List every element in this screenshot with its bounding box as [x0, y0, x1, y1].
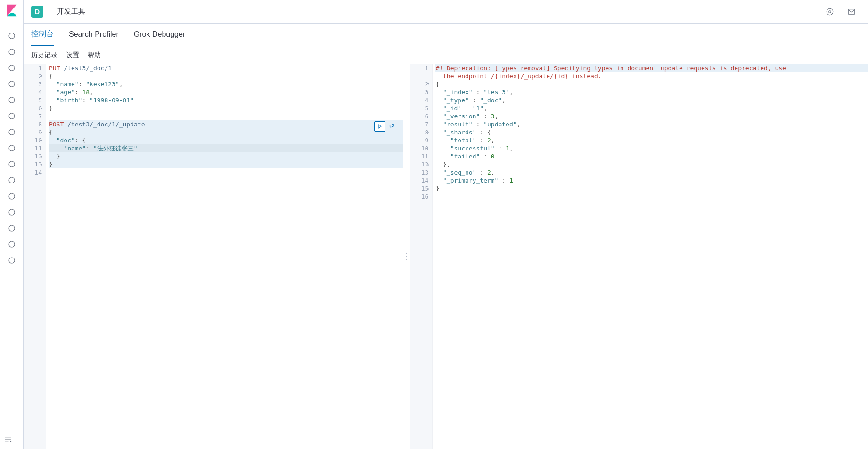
chart-icon[interactable]: [6, 62, 17, 74]
graph-icon[interactable]: [6, 126, 17, 138]
rss-icon[interactable]: [6, 207, 17, 218]
tab-search-profiler[interactable]: Search Profiler: [69, 24, 119, 46]
request-options-button[interactable]: [386, 121, 398, 132]
layers-icon[interactable]: [6, 78, 17, 90]
news-feed-icon[interactable]: [820, 2, 839, 21]
code-line[interactable]: POST /test3/_doc/1/_update: [49, 120, 403, 128]
code-line[interactable]: }: [49, 152, 403, 160]
svg-point-12: [9, 225, 15, 231]
code-line[interactable]: "total" : 2,: [435, 136, 868, 144]
heartbeat-icon[interactable]: [6, 239, 17, 250]
pin-icon[interactable]: [6, 110, 17, 122]
space-selector[interactable]: D: [31, 6, 43, 18]
breadcrumb: 开发工具: [57, 7, 85, 16]
code-line[interactable]: "doc": {: [49, 136, 403, 144]
history-link[interactable]: 历史记录: [31, 51, 57, 59]
side-rail: [0, 0, 24, 449]
svg-point-2: [9, 65, 15, 71]
svg-point-20: [406, 259, 407, 260]
code-line[interactable]: {: [435, 80, 868, 88]
editor-panes: 12▾3456▴789▾10▾1112▴13▴14 PUT /test3/_do…: [24, 64, 868, 449]
svg-point-9: [9, 177, 15, 183]
console-subbar: 历史记录 设置 帮助: [24, 46, 868, 64]
help-link[interactable]: 帮助: [88, 51, 101, 59]
svg-point-13: [9, 241, 15, 247]
code-line[interactable]: [435, 192, 868, 200]
svg-point-18: [406, 253, 407, 254]
compass-icon[interactable]: [6, 46, 17, 58]
code-line[interactable]: "age": 18,: [49, 88, 403, 96]
response-viewer[interactable]: 12▾345678▾9101112▴131415▴16 #! Deprecati…: [410, 64, 868, 449]
request-editor[interactable]: 12▾3456▴789▾10▾1112▴13▴14 PUT /test3/_do…: [24, 64, 403, 449]
code-line[interactable]: [49, 168, 403, 176]
svg-point-0: [9, 33, 15, 39]
code-line[interactable]: {: [49, 72, 403, 80]
svg-point-16: [828, 10, 831, 13]
code-line[interactable]: "result" : "updated",: [435, 120, 868, 128]
top-bar: D 开发工具: [24, 0, 868, 24]
code-line[interactable]: },: [435, 160, 868, 168]
code-line[interactable]: }: [49, 104, 403, 112]
svg-point-15: [827, 8, 833, 15]
svg-point-8: [9, 161, 15, 167]
code-line[interactable]: #! Deprecation: [types removal] Specifyi…: [435, 64, 868, 72]
code-line[interactable]: the endpoint /{index}/_update/{id} inste…: [435, 72, 868, 80]
code-line[interactable]: "name": "keke123",: [49, 80, 403, 88]
code-line[interactable]: {: [49, 128, 403, 136]
bank-icon[interactable]: [6, 94, 17, 106]
settings-link[interactable]: 设置: [66, 51, 79, 59]
svg-point-1: [9, 49, 15, 55]
svg-point-7: [9, 145, 15, 151]
svg-rect-17: [848, 9, 855, 14]
code-line[interactable]: "_index" : "test3",: [435, 88, 868, 96]
mail-icon[interactable]: [842, 2, 860, 21]
svg-point-19: [406, 256, 407, 257]
gear-icon[interactable]: [6, 255, 17, 266]
svg-point-4: [9, 97, 15, 103]
clock-icon[interactable]: [6, 30, 17, 42]
code-line[interactable]: "_seq_no" : 2,: [435, 168, 868, 176]
upload-icon[interactable]: [6, 191, 17, 202]
code-line[interactable]: "birth": "1998-09-01": [49, 96, 403, 104]
svg-point-14: [9, 258, 15, 263]
kibana-logo-icon[interactable]: [5, 4, 18, 17]
code-line[interactable]: "_shards" : {: [435, 128, 868, 136]
code-line[interactable]: "failed" : 0: [435, 152, 868, 160]
code-line[interactable]: "_type" : "_doc",: [435, 96, 868, 104]
send-request-button[interactable]: [374, 121, 385, 132]
code-line[interactable]: [49, 112, 403, 120]
collapse-nav-icon[interactable]: [4, 435, 12, 445]
code-line[interactable]: "successful" : 1,: [435, 144, 868, 152]
tab-控制台[interactable]: 控制台: [31, 24, 54, 46]
svg-point-5: [9, 113, 15, 119]
insert-icon[interactable]: [6, 175, 17, 186]
code-line[interactable]: "_id" : "1",: [435, 104, 868, 112]
code-line[interactable]: "name": "法外狂徒张三": [49, 144, 403, 152]
code-line[interactable]: PUT /test3/_doc/1: [49, 64, 403, 72]
wrench-icon[interactable]: [6, 223, 17, 234]
lab-icon[interactable]: [6, 158, 17, 170]
code-line[interactable]: }: [49, 160, 403, 168]
split-handle[interactable]: [403, 64, 410, 449]
divider: [50, 6, 50, 17]
tab-grok-debugger[interactable]: Grok Debugger: [134, 24, 185, 46]
code-line[interactable]: "_version" : 3,: [435, 112, 868, 120]
code-line[interactable]: }: [435, 184, 868, 192]
app-tabs: 控制台Search ProfilerGrok Debugger: [24, 24, 868, 46]
code-line[interactable]: "_primary_term" : 1: [435, 176, 868, 184]
svg-point-6: [9, 129, 15, 135]
svg-point-3: [9, 81, 15, 87]
user-icon[interactable]: [6, 142, 17, 154]
svg-point-11: [9, 209, 15, 215]
svg-point-10: [9, 193, 15, 199]
